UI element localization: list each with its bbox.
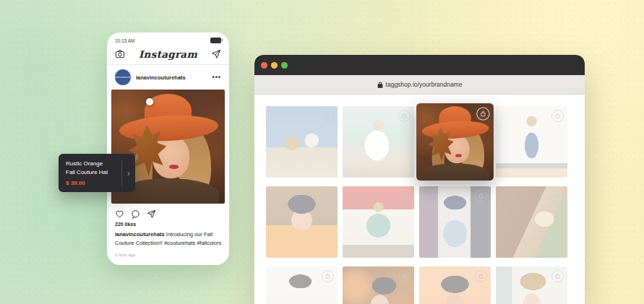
product-tag-dot[interactable] bbox=[146, 98, 153, 105]
fade-overlay bbox=[343, 106, 414, 178]
fade-overlay bbox=[419, 266, 491, 304]
lock-icon bbox=[377, 78, 383, 91]
gallery-item-10[interactable] bbox=[343, 266, 414, 304]
chevron-right-icon[interactable]: › bbox=[127, 168, 130, 178]
comment-icon[interactable] bbox=[131, 209, 140, 219]
url-bar[interactable]: taggshop.io/yourbrandname bbox=[254, 75, 585, 95]
fade-overlay bbox=[496, 186, 567, 258]
gallery-item-8[interactable] bbox=[496, 186, 567, 258]
product-title: Rustic Orange Fall Couture Hat bbox=[66, 160, 112, 176]
gallery-item-5[interactable] bbox=[266, 186, 338, 258]
avatar[interactable]: lanavincouturehats bbox=[115, 69, 131, 85]
heart-icon[interactable] bbox=[115, 209, 124, 219]
phone-status-bar: 10:15 AM bbox=[107, 32, 229, 45]
gallery-item-11[interactable] bbox=[419, 266, 491, 304]
post-timestamp: 1 hour ago bbox=[107, 248, 229, 257]
caption-username[interactable]: lanavincouturehats bbox=[115, 231, 165, 238]
fade-overlay bbox=[419, 186, 491, 258]
product-tag-card[interactable]: Rustic Orange Fall Couture Hat $ 39.00 › bbox=[59, 154, 135, 192]
camera-icon[interactable] bbox=[115, 49, 125, 59]
post-caption: lanavincouturehats Introducing our Fall … bbox=[107, 227, 230, 248]
fade-overlay bbox=[343, 266, 414, 304]
url-text: taggshop.io/yourbrandname bbox=[386, 81, 463, 88]
paper-plane-icon[interactable] bbox=[147, 209, 156, 219]
paper-plane-icon[interactable] bbox=[211, 49, 221, 59]
gallery-item-6[interactable] bbox=[343, 186, 414, 258]
minimize-button[interactable] bbox=[271, 62, 278, 69]
battery-icon bbox=[210, 38, 221, 43]
gallery-item-9[interactable] bbox=[266, 266, 338, 304]
gallery-item-1[interactable] bbox=[266, 106, 338, 178]
gallery-item-2[interactable] bbox=[343, 106, 414, 178]
fade-overlay bbox=[496, 266, 567, 304]
product-price: $ 39.00 bbox=[66, 180, 117, 186]
browser-window: taggshop.io/yourbrandname bbox=[254, 55, 585, 304]
fade-overlay bbox=[266, 186, 338, 258]
fade-overlay bbox=[266, 266, 338, 304]
status-time: 10:15 AM bbox=[115, 38, 134, 43]
post-actions bbox=[107, 204, 229, 222]
ellipsis-icon[interactable]: ••• bbox=[212, 74, 221, 81]
product-tag-side: › bbox=[121, 160, 135, 186]
fade-overlay bbox=[496, 106, 567, 178]
instagram-logo: Instagram bbox=[139, 48, 197, 60]
product-tag-body: Rustic Orange Fall Couture Hat $ 39.00 bbox=[59, 154, 121, 192]
zoom-button[interactable] bbox=[281, 62, 288, 69]
gallery-item-4[interactable] bbox=[496, 106, 567, 178]
shopping-bag-icon[interactable] bbox=[476, 107, 489, 120]
gallery-page bbox=[254, 95, 585, 304]
likes-count[interactable]: 220 likes bbox=[107, 222, 229, 227]
instagram-app-header: Instagram bbox=[107, 45, 229, 65]
post-username[interactable]: lanavincouturehats bbox=[136, 74, 212, 81]
gallery-item-7[interactable] bbox=[419, 186, 491, 258]
gallery-grid bbox=[254, 95, 585, 304]
gallery-item-3-highlighted[interactable] bbox=[416, 103, 494, 181]
close-button[interactable] bbox=[261, 62, 267, 69]
post-header: lanavincouturehats lanavincouturehats ••… bbox=[107, 65, 229, 90]
phone-mockup: 10:15 AM Instagram lanavincouturehats la… bbox=[107, 32, 229, 265]
fade-overlay bbox=[343, 186, 414, 258]
browser-titlebar bbox=[254, 55, 585, 75]
page-background: 10:15 AM Instagram lanavincouturehats la… bbox=[0, 0, 644, 304]
fade-overlay bbox=[266, 106, 338, 178]
gallery-item-12[interactable] bbox=[496, 266, 567, 304]
